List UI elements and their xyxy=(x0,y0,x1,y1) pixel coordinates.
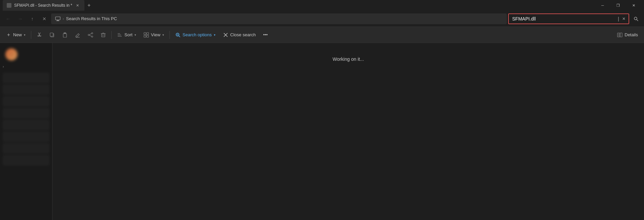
up-button[interactable]: ↑ xyxy=(27,13,38,24)
view-icon xyxy=(144,32,149,38)
svg-rect-24 xyxy=(144,33,146,35)
toolbar: ＋ New ▾ xyxy=(0,27,644,43)
sort-icon xyxy=(117,32,122,38)
sidebar-item-3 xyxy=(3,96,49,107)
svg-point-3 xyxy=(634,17,637,20)
divider-3 xyxy=(169,31,170,39)
search-icon-button[interactable] xyxy=(631,13,641,24)
tab-close-btn[interactable]: ✕ xyxy=(75,3,80,8)
svg-line-4 xyxy=(637,19,638,21)
new-chevron: ▾ xyxy=(24,33,26,37)
new-label: New xyxy=(13,32,22,37)
view-chevron: ▾ xyxy=(162,33,164,37)
cut-button[interactable] xyxy=(33,29,45,41)
share-button[interactable] xyxy=(84,29,97,41)
svg-rect-17 xyxy=(102,34,105,37)
search-options-chevron: ▾ xyxy=(214,33,216,37)
svg-rect-10 xyxy=(64,33,66,34)
breadcrumb-bar[interactable]: › Search Results in This PC xyxy=(51,13,507,24)
window-controls: ─ ❐ ✕ xyxy=(595,0,641,11)
tab-favicon xyxy=(7,3,11,8)
divider-2 xyxy=(111,31,112,39)
svg-line-15 xyxy=(89,34,91,35)
delete-icon xyxy=(101,32,106,38)
more-label: ••• xyxy=(263,32,268,37)
back-button[interactable]: ← xyxy=(3,13,13,24)
sidebar-items-blurred xyxy=(0,73,52,166)
address-bar-row: ← → ↑ ✕ › Search Results in This PC | ✕ xyxy=(0,11,644,27)
tab-title: SFMAPI.dll - Search Results in * xyxy=(14,3,72,8)
details-label: Details xyxy=(624,32,638,37)
svg-line-16 xyxy=(89,35,91,36)
forward-button[interactable]: → xyxy=(15,13,26,24)
search-options-label: Search options xyxy=(183,32,212,37)
search-options-button[interactable]: Search options ▾ xyxy=(172,29,219,41)
svg-rect-7 xyxy=(50,33,53,36)
content-area: Working on it... xyxy=(52,43,644,220)
sidebar-item-2 xyxy=(3,84,49,95)
search-options-icon xyxy=(175,32,181,38)
view-button[interactable]: View ▾ xyxy=(140,29,167,41)
sidebar: › xyxy=(0,43,52,220)
sidebar-collapse-row[interactable]: › xyxy=(0,63,52,70)
sidebar-item-8 xyxy=(3,155,49,166)
new-tab-button[interactable]: + xyxy=(84,1,94,10)
svg-line-29 xyxy=(179,36,180,37)
minimize-button[interactable]: ─ xyxy=(595,0,610,11)
sidebar-avatar xyxy=(5,48,17,60)
svg-rect-0 xyxy=(55,17,60,20)
paste-button[interactable] xyxy=(59,29,71,41)
search-clear-button[interactable]: ✕ xyxy=(620,15,627,22)
svg-rect-34 xyxy=(620,33,622,37)
divider-1 xyxy=(31,31,31,39)
close-button[interactable]: ✕ xyxy=(626,0,641,11)
copy-button[interactable] xyxy=(46,29,58,41)
sort-label: Sort xyxy=(124,32,132,37)
cut-icon xyxy=(37,32,42,38)
search-input[interactable] xyxy=(508,13,629,24)
search-box-container: | ✕ xyxy=(508,13,629,24)
new-button[interactable]: ＋ New ▾ xyxy=(3,29,29,41)
delete-button[interactable] xyxy=(97,29,109,41)
svg-rect-1 xyxy=(57,20,59,21)
close-search-button[interactable]: Close search xyxy=(220,29,259,41)
svg-rect-27 xyxy=(147,35,149,37)
sort-button[interactable]: Sort ▾ xyxy=(114,29,140,41)
close-nav-button[interactable]: ✕ xyxy=(39,13,50,24)
collapse-arrow-icon: › xyxy=(3,64,4,69)
svg-point-30 xyxy=(177,34,178,35)
details-button[interactable]: Details xyxy=(614,29,641,41)
close-search-label: Close search xyxy=(230,32,256,37)
rename-button[interactable] xyxy=(72,29,84,41)
working-status-text: Working on it... xyxy=(333,56,364,62)
sidebar-item-1 xyxy=(3,73,49,83)
sort-chevron: ▾ xyxy=(135,33,136,37)
svg-rect-25 xyxy=(147,33,149,35)
title-bar: SFMAPI.dll - Search Results in * ✕ + ─ ❐… xyxy=(0,0,644,11)
title-bar-tabs: SFMAPI.dll - Search Results in * ✕ + xyxy=(3,0,592,11)
new-icon: ＋ xyxy=(6,32,11,38)
maximize-button[interactable]: ❐ xyxy=(610,0,626,11)
paste-icon xyxy=(62,32,68,38)
computer-icon xyxy=(55,16,61,21)
breadcrumb-separator: › xyxy=(63,16,64,21)
svg-rect-26 xyxy=(144,35,146,37)
sidebar-item-4 xyxy=(3,108,49,119)
rename-icon xyxy=(75,32,80,38)
svg-point-12 xyxy=(91,33,93,34)
details-icon xyxy=(617,32,622,38)
view-label: View xyxy=(151,32,160,37)
sidebar-item-7 xyxy=(3,143,49,154)
more-options-button[interactable]: ••• xyxy=(260,29,271,41)
active-tab[interactable]: SFMAPI.dll - Search Results in * ✕ xyxy=(3,0,84,11)
close-search-icon xyxy=(223,32,228,38)
breadcrumb-location: Search Results in This PC xyxy=(66,16,117,21)
sidebar-item-5 xyxy=(3,120,49,130)
share-icon xyxy=(88,32,93,38)
main-area: › Working on it... xyxy=(0,43,644,220)
svg-rect-8 xyxy=(63,34,67,37)
search-icon xyxy=(634,16,638,21)
svg-point-14 xyxy=(91,36,93,37)
sidebar-item-6 xyxy=(3,131,49,142)
svg-rect-2 xyxy=(56,20,60,21)
